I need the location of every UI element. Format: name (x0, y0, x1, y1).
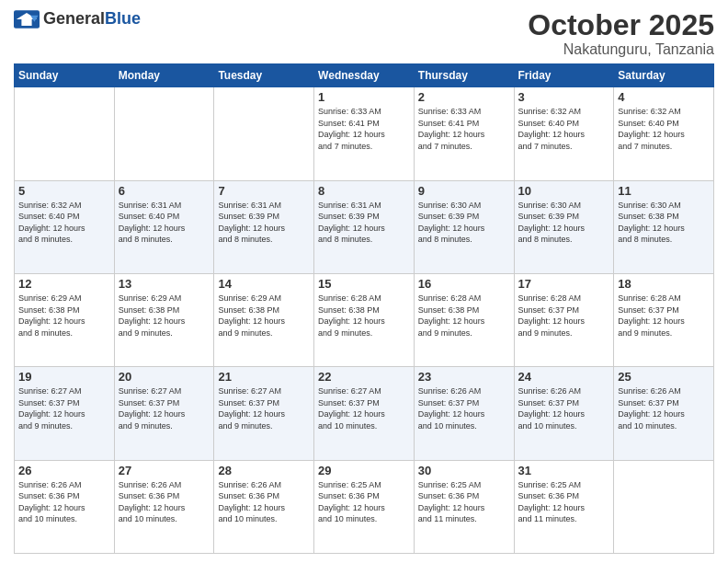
day-info: Sunrise: 6:32 AM Sunset: 6:40 PM Dayligh… (18, 200, 110, 246)
calendar-cell: 30Sunrise: 6:25 AM Sunset: 6:36 PM Dayli… (414, 460, 514, 553)
calendar-cell: 20Sunrise: 6:27 AM Sunset: 6:37 PM Dayli… (114, 367, 214, 460)
day-info: Sunrise: 6:27 AM Sunset: 6:37 PM Dayligh… (18, 385, 110, 431)
weekday-header-row: SundayMondayTuesdayWednesdayThursdayFrid… (15, 64, 714, 87)
location-title: Nakatunguru, Tanzania (528, 41, 714, 58)
weekday-header-thursday: Thursday (414, 64, 514, 87)
month-title: October 2025 (528, 9, 714, 41)
weekday-header-wednesday: Wednesday (314, 64, 415, 87)
calendar-cell: 21Sunrise: 6:27 AM Sunset: 6:37 PM Dayli… (214, 367, 314, 460)
calendar-cell (114, 87, 214, 180)
day-number: 26 (18, 464, 110, 477)
day-number: 16 (418, 277, 510, 291)
day-info: Sunrise: 6:27 AM Sunset: 6:37 PM Dayligh… (318, 385, 410, 431)
day-number: 17 (518, 277, 610, 291)
calendar-cell: 19Sunrise: 6:27 AM Sunset: 6:37 PM Dayli… (15, 367, 115, 460)
day-info: Sunrise: 6:25 AM Sunset: 6:36 PM Dayligh… (418, 479, 510, 525)
calendar-cell: 9Sunrise: 6:30 AM Sunset: 6:39 PM Daylig… (414, 180, 514, 273)
day-number: 8 (318, 184, 410, 198)
day-info: Sunrise: 6:33 AM Sunset: 6:41 PM Dayligh… (318, 106, 410, 152)
weekday-header-monday: Monday (114, 64, 214, 87)
day-info: Sunrise: 6:28 AM Sunset: 6:37 PM Dayligh… (518, 293, 610, 339)
calendar-cell: 13Sunrise: 6:29 AM Sunset: 6:38 PM Dayli… (114, 273, 214, 366)
calendar-table: SundayMondayTuesdayWednesdayThursdayFrid… (14, 63, 714, 554)
day-number: 31 (518, 464, 610, 477)
page: GeneralBlue October 2025 Nakatunguru, Ta… (0, 0, 728, 563)
calendar-cell: 24Sunrise: 6:26 AM Sunset: 6:37 PM Dayli… (514, 367, 614, 460)
calendar-cell (214, 87, 314, 180)
calendar-cell: 25Sunrise: 6:26 AM Sunset: 6:37 PM Dayli… (614, 367, 714, 460)
day-info: Sunrise: 6:27 AM Sunset: 6:37 PM Dayligh… (218, 385, 310, 431)
day-info: Sunrise: 6:31 AM Sunset: 6:39 PM Dayligh… (318, 200, 410, 246)
calendar-week-row: 5Sunrise: 6:32 AM Sunset: 6:40 PM Daylig… (15, 180, 714, 273)
title-block: October 2025 Nakatunguru, Tanzania (528, 9, 714, 58)
day-info: Sunrise: 6:28 AM Sunset: 6:38 PM Dayligh… (418, 293, 510, 339)
day-info: Sunrise: 6:26 AM Sunset: 6:37 PM Dayligh… (618, 385, 710, 431)
day-number: 10 (518, 184, 610, 198)
calendar-cell: 1Sunrise: 6:33 AM Sunset: 6:41 PM Daylig… (314, 87, 415, 180)
calendar-cell (15, 87, 115, 180)
weekday-header-sunday: Sunday (15, 64, 115, 87)
calendar-cell: 6Sunrise: 6:31 AM Sunset: 6:40 PM Daylig… (114, 180, 214, 273)
day-number: 3 (518, 90, 610, 104)
calendar-cell: 5Sunrise: 6:32 AM Sunset: 6:40 PM Daylig… (15, 180, 115, 273)
calendar-body: 1Sunrise: 6:33 AM Sunset: 6:41 PM Daylig… (15, 87, 714, 554)
day-number: 5 (18, 184, 110, 198)
day-info: Sunrise: 6:25 AM Sunset: 6:36 PM Dayligh… (318, 479, 410, 525)
day-number: 18 (618, 277, 710, 291)
calendar-cell (614, 460, 714, 553)
day-number: 27 (119, 464, 210, 477)
calendar-cell: 29Sunrise: 6:25 AM Sunset: 6:36 PM Dayli… (314, 460, 415, 553)
calendar-cell: 14Sunrise: 6:29 AM Sunset: 6:38 PM Dayli… (214, 273, 314, 366)
day-info: Sunrise: 6:26 AM Sunset: 6:36 PM Dayligh… (218, 479, 310, 525)
weekday-header-friday: Friday (514, 64, 614, 87)
calendar-cell: 8Sunrise: 6:31 AM Sunset: 6:39 PM Daylig… (314, 180, 415, 273)
day-info: Sunrise: 6:26 AM Sunset: 6:36 PM Dayligh… (18, 479, 110, 525)
calendar-cell: 22Sunrise: 6:27 AM Sunset: 6:37 PM Dayli… (314, 367, 415, 460)
day-number: 9 (418, 184, 510, 198)
calendar-cell: 17Sunrise: 6:28 AM Sunset: 6:37 PM Dayli… (514, 273, 614, 366)
logo-text: GeneralBlue (43, 9, 141, 29)
day-info: Sunrise: 6:29 AM Sunset: 6:38 PM Dayligh… (218, 293, 310, 339)
day-info: Sunrise: 6:29 AM Sunset: 6:38 PM Dayligh… (18, 293, 110, 339)
day-number: 29 (318, 464, 410, 477)
logo-general: General (43, 9, 105, 28)
calendar-cell: 23Sunrise: 6:26 AM Sunset: 6:37 PM Dayli… (414, 367, 514, 460)
day-info: Sunrise: 6:27 AM Sunset: 6:37 PM Dayligh… (119, 385, 210, 431)
calendar-cell: 26Sunrise: 6:26 AM Sunset: 6:36 PM Dayli… (15, 460, 115, 553)
calendar-cell: 15Sunrise: 6:28 AM Sunset: 6:38 PM Dayli… (314, 273, 415, 366)
day-number: 30 (418, 464, 510, 477)
calendar-cell: 2Sunrise: 6:33 AM Sunset: 6:41 PM Daylig… (414, 87, 514, 180)
day-info: Sunrise: 6:26 AM Sunset: 6:36 PM Dayligh… (119, 479, 210, 525)
calendar-header: SundayMondayTuesdayWednesdayThursdayFrid… (15, 64, 714, 87)
calendar-cell: 3Sunrise: 6:32 AM Sunset: 6:40 PM Daylig… (514, 87, 614, 180)
day-info: Sunrise: 6:33 AM Sunset: 6:41 PM Dayligh… (418, 106, 510, 152)
calendar-cell: 28Sunrise: 6:26 AM Sunset: 6:36 PM Dayli… (214, 460, 314, 553)
day-number: 7 (218, 184, 310, 198)
day-number: 6 (119, 184, 210, 198)
day-number: 4 (618, 90, 710, 104)
calendar-week-row: 19Sunrise: 6:27 AM Sunset: 6:37 PM Dayli… (15, 367, 714, 460)
day-number: 25 (618, 370, 710, 384)
day-number: 21 (218, 370, 310, 384)
day-number: 24 (518, 370, 610, 384)
calendar-cell: 12Sunrise: 6:29 AM Sunset: 6:38 PM Dayli… (15, 273, 115, 366)
day-number: 19 (18, 370, 110, 384)
day-info: Sunrise: 6:26 AM Sunset: 6:37 PM Dayligh… (518, 385, 610, 431)
calendar-week-row: 26Sunrise: 6:26 AM Sunset: 6:36 PM Dayli… (15, 460, 714, 553)
calendar-week-row: 1Sunrise: 6:33 AM Sunset: 6:41 PM Daylig… (15, 87, 714, 180)
logo: GeneralBlue (14, 9, 141, 29)
day-info: Sunrise: 6:30 AM Sunset: 6:38 PM Dayligh… (618, 200, 710, 246)
day-number: 12 (18, 277, 110, 291)
calendar-week-row: 12Sunrise: 6:29 AM Sunset: 6:38 PM Dayli… (15, 273, 714, 366)
calendar-cell: 10Sunrise: 6:30 AM Sunset: 6:39 PM Dayli… (514, 180, 614, 273)
day-number: 2 (418, 90, 510, 104)
calendar-cell: 4Sunrise: 6:32 AM Sunset: 6:40 PM Daylig… (614, 87, 714, 180)
day-info: Sunrise: 6:31 AM Sunset: 6:39 PM Dayligh… (218, 200, 310, 246)
day-info: Sunrise: 6:32 AM Sunset: 6:40 PM Dayligh… (518, 106, 610, 152)
day-info: Sunrise: 6:28 AM Sunset: 6:38 PM Dayligh… (318, 293, 410, 339)
weekday-header-tuesday: Tuesday (214, 64, 314, 87)
weekday-header-saturday: Saturday (614, 64, 714, 87)
calendar-cell: 7Sunrise: 6:31 AM Sunset: 6:39 PM Daylig… (214, 180, 314, 273)
calendar-cell: 18Sunrise: 6:28 AM Sunset: 6:37 PM Dayli… (614, 273, 714, 366)
day-info: Sunrise: 6:32 AM Sunset: 6:40 PM Dayligh… (618, 106, 710, 152)
